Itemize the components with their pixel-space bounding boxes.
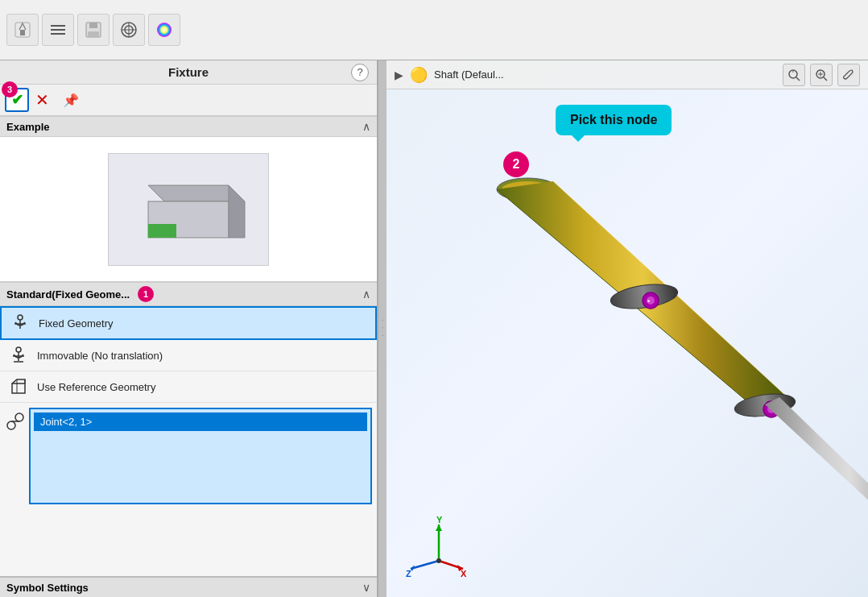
- fixed-geometry-label: Fixed Geometry: [39, 317, 113, 330]
- example-content: [0, 137, 377, 282]
- anchor2-icon: [9, 346, 28, 365]
- toolbar-color-btn[interactable]: [148, 14, 180, 46]
- svg-point-17: [18, 315, 23, 320]
- svg-rect-3: [51, 29, 65, 31]
- joint-item[interactable]: Joint<2, 1>: [34, 413, 367, 431]
- example-box-svg: [124, 169, 253, 250]
- pin-button[interactable]: 📌: [61, 90, 81, 110]
- resize-handle[interactable]: · · ·: [378, 60, 386, 597]
- left-panel: Fixture ? ✔ 3 ✕ 📌 Example ∧: [0, 60, 378, 597]
- svg-text:Z: Z: [406, 569, 411, 578]
- viewport-settings-btn[interactable]: [837, 64, 860, 86]
- svg-point-29: [15, 413, 23, 421]
- viewport-zoom-btn[interactable]: [810, 64, 833, 86]
- svg-rect-1: [20, 30, 25, 35]
- svg-rect-7: [88, 31, 99, 37]
- viewport-expand-arrow[interactable]: ▶: [395, 68, 403, 81]
- svg-marker-54: [436, 524, 442, 531]
- action-bar: ✔ 3 ✕ 📌: [0, 85, 377, 116]
- immovable-icon: [8, 345, 29, 366]
- anchor-icon: [10, 313, 30, 333]
- joint-list[interactable]: Joint<2, 1>: [29, 408, 372, 504]
- help-button[interactable]: ?: [351, 64, 369, 81]
- box-icon: [9, 377, 28, 396]
- main-area: Fixture ? ✔ 3 ✕ 📌 Example ∧: [0, 60, 868, 597]
- svg-rect-4: [51, 33, 65, 35]
- toolbar-target-btn[interactable]: [113, 14, 145, 46]
- svg-line-50: [411, 561, 439, 569]
- use-reference-label: Use Reference Geometry: [37, 381, 155, 393]
- svg-point-20: [16, 347, 21, 352]
- viewport[interactable]: ▶ 🟡 Shaft (Defaul...: [386, 60, 868, 597]
- reference-geometry-icon: [8, 376, 29, 397]
- panel-header: Fixture ?: [0, 60, 377, 85]
- standard-title: Standard(Fixed Geome...: [6, 288, 130, 301]
- shaft-3d-container: •: [451, 101, 868, 597]
- svg-point-28: [7, 421, 15, 429]
- example-collapse-icon: ∧: [362, 120, 370, 133]
- cancel-button[interactable]: ✕: [32, 90, 52, 110]
- viewport-title: Shaft (Defaul...: [434, 68, 504, 81]
- symbol-settings-header[interactable]: Symbol Settings ∨: [0, 576, 377, 597]
- example-title: Example: [6, 121, 49, 133]
- use-reference-item[interactable]: Use Reference Geometry: [0, 371, 377, 403]
- axis-indicator: Z Y X: [403, 516, 467, 581]
- svg-text:X: X: [461, 569, 467, 578]
- toolbar-home-btn[interactable]: [6, 14, 39, 46]
- svg-marker-15: [229, 185, 245, 238]
- symbol-settings-collapse: ∨: [362, 581, 370, 594]
- example-image: [108, 153, 269, 266]
- toolbar-lines-btn[interactable]: [42, 14, 74, 46]
- svg-rect-6: [89, 23, 97, 28]
- joint-type-icon: [5, 411, 26, 434]
- symbol-settings-title: Symbol Settings: [6, 582, 89, 594]
- fixed-geometry-item[interactable]: Fixed Geometry: [0, 306, 377, 340]
- standard-section-content: Fixed Geometry Immovable (No translation…: [0, 306, 377, 403]
- immovable-label: Immovable (No translation): [37, 350, 163, 362]
- toolbar-save-btn[interactable]: [77, 14, 110, 46]
- step-badge-1: 1: [138, 286, 154, 302]
- viewport-model-icon: 🟡: [410, 66, 428, 84]
- panel-title: Fixture: [168, 65, 209, 79]
- svg-text:Y: Y: [436, 516, 443, 524]
- joint-icon: [5, 411, 26, 432]
- joint-area: Joint<2, 1>: [0, 403, 377, 509]
- zoom-icon: [815, 68, 828, 81]
- svg-rect-2: [51, 25, 65, 27]
- svg-point-59: [436, 558, 441, 563]
- svg-line-35: [824, 77, 827, 81]
- shaft-svg: •: [451, 101, 868, 584]
- search-icon: [787, 68, 800, 81]
- viewport-top-bar: ▶ 🟡 Shaft (Defaul...: [386, 60, 868, 89]
- standard-section-header[interactable]: Standard(Fixed Geome... 1 ∧: [0, 282, 377, 306]
- svg-rect-16: [148, 224, 176, 238]
- svg-line-32: [796, 77, 800, 81]
- viewport-search-btn[interactable]: [783, 64, 805, 86]
- immovable-item[interactable]: Immovable (No translation): [0, 340, 377, 371]
- resize-dots: · · ·: [378, 319, 387, 338]
- step-badge-3: 3: [2, 81, 18, 97]
- svg-text:•: •: [647, 297, 650, 305]
- axis-svg: Z Y X: [403, 516, 467, 581]
- fixed-geometry-icon: [10, 313, 31, 334]
- example-section-header[interactable]: Example ∧: [0, 116, 377, 137]
- standard-collapse-icon: ∧: [362, 288, 370, 301]
- svg-rect-24: [12, 383, 25, 393]
- svg-point-12: [157, 23, 172, 37]
- wrench-icon: [842, 68, 855, 81]
- viewport-tools: [783, 64, 860, 86]
- top-toolbar: [0, 0, 868, 60]
